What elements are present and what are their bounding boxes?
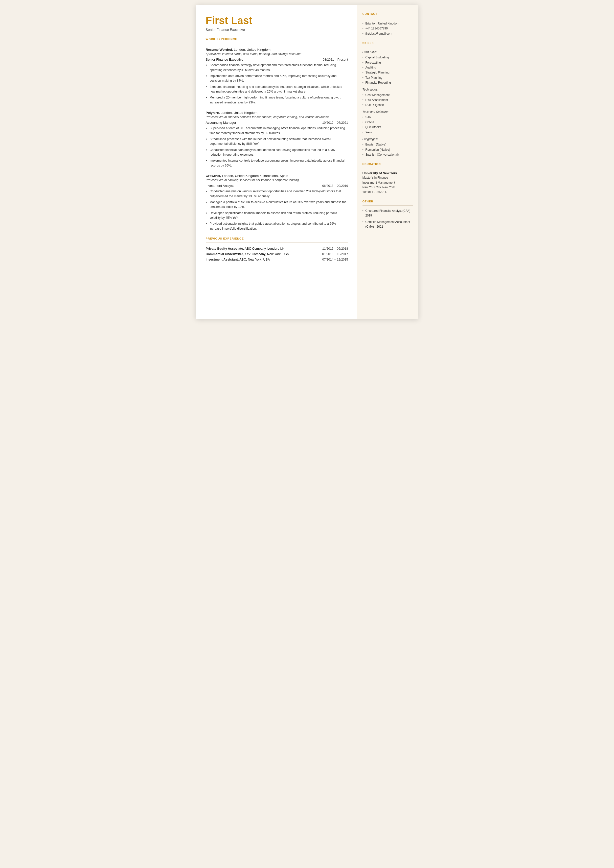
hard-skills-label: Hard Skills: [363, 50, 413, 54]
skills-divider [363, 47, 413, 47]
role-dates-2: 10/2019 – 07/2021 [322, 121, 348, 124]
skill-sap: SAP [363, 115, 413, 120]
bullet-1-4: Mentored a 20-member high-performing fin… [206, 95, 348, 105]
resume-container: First Last Senior Finance Executive WORK… [196, 5, 419, 319]
edu-field: Investment Management [363, 180, 413, 185]
skill-english: English (Native) [363, 142, 413, 147]
prev-job-1-bold: Private Equity Associate, [206, 247, 244, 250]
left-column: First Last Senior Finance Executive WORK… [196, 5, 357, 319]
work-experience-heading: WORK EXPERIENCE [206, 37, 348, 40]
skill-xero: Xero [363, 130, 413, 135]
prev-job-2-bold: Commercial Underwriter, [206, 252, 244, 256]
other-heading: OTHER [363, 200, 413, 203]
edu-degree: Master's in Finance [363, 175, 413, 180]
prev-job-1: Private Equity Associate, ABC Company, L… [206, 247, 348, 250]
other-divider [363, 205, 413, 206]
skill-financial-reporting: Financial Reporting [363, 80, 413, 85]
education-block-1: University of New York Master's in Finan… [363, 171, 413, 194]
previous-experience-heading: PREVIOUS EXPERIENCE [206, 237, 348, 240]
other-cma: Certified Management Accountant (CMA) - … [363, 220, 413, 229]
prev-job-3-dates: 07/2014 – 12/2015 [322, 258, 348, 261]
prev-job-2: Commercial Underwriter, XYZ Company, New… [206, 252, 348, 256]
skill-forecasting: Forecasting [363, 60, 413, 65]
languages-label: Languages: [363, 137, 413, 141]
education-divider [363, 168, 413, 168]
bullet-3-4: Provided actionable insights that guided… [206, 222, 348, 231]
edu-dates: 10/2011 - 06/2014 [363, 190, 413, 194]
skill-oracle: Oracle [363, 120, 413, 125]
bullet-1-2: Implemented data-driven performance metr… [206, 74, 348, 83]
job-block-1: Resume Worded, London, United Kingdom Sp… [206, 47, 348, 105]
company-desc-3: Provides virtual banking services for ca… [206, 179, 348, 182]
bullet-3-2: Managed a portfolio of $230K to achieve … [206, 200, 348, 210]
prev-job-2-rest: XYZ Company, New York, USA [243, 252, 289, 256]
prev-job-3-bold: Investment Assistant, [206, 258, 239, 261]
bullet-list-2: Supervised a team of 30+ accountants in … [206, 126, 348, 168]
role-dates-3: 06/2018 – 09/2019 [322, 184, 348, 188]
skill-auditing: Auditing [363, 65, 413, 70]
skill-quickbooks: QuickBooks [363, 125, 413, 130]
skill-strategic-planning: Strategic Planning [363, 70, 413, 75]
skill-due-diligence: Due Diligence [363, 102, 413, 107]
name-section: First Last Senior Finance Executive [206, 15, 348, 32]
tools-label: Tools and Software: [363, 110, 413, 113]
skill-cost-management: Cost Management [363, 93, 413, 98]
contact-email: first.last@gmail.com [363, 31, 413, 36]
company-name-3: Growthsi, London, United Kingdom & Barce… [206, 174, 348, 178]
bullet-2-2: Streamlined processes with the launch of… [206, 137, 348, 146]
bullet-1-1: Spearheaded financial strategy developme… [206, 63, 348, 73]
job-block-3: Growthsi, London, United Kingdom & Barce… [206, 174, 348, 231]
role-title-1: Senior Finance Executive [206, 57, 243, 61]
prev-job-2-dates: 01/2016 – 10/2017 [322, 252, 348, 256]
education-heading: EDUCATION [363, 163, 413, 166]
edu-location: New York City, New York [363, 185, 413, 190]
skill-spanish: Spanish (Conversational) [363, 152, 413, 157]
role-title-2: Accounting Manager [206, 121, 236, 124]
candidate-title: Senior Finance Executive [206, 28, 348, 32]
company-name-2: Polyhire, London, United Kingdom [206, 110, 348, 115]
bullet-2-4: Implemented internal controls to reduce … [206, 158, 348, 168]
prev-job-3: Investment Assistant, ABC, New York, USA… [206, 258, 348, 261]
role-row-1: Senior Finance Executive 08/2021 – Prese… [206, 57, 348, 61]
bullet-3-3: Developed sophisticated financial models… [206, 211, 348, 220]
contact-phone: +44 1234567890 [363, 26, 413, 31]
role-title-3: Investment Analyst [206, 184, 234, 188]
bullet-1-3: Executed financial modeling and scenario… [206, 85, 348, 94]
contact-divider [363, 18, 413, 18]
skill-romanian: Romanian (Native) [363, 147, 413, 152]
role-dates-1: 08/2021 – Present [323, 58, 348, 61]
job-block-2: Polyhire, London, United Kingdom Provide… [206, 110, 348, 168]
role-row-2: Accounting Manager 10/2019 – 07/2021 [206, 121, 348, 124]
contact-heading: CONTACT [363, 12, 413, 16]
skill-tax-planning: Tax Planning [363, 75, 413, 80]
bullet-list-3: Conducted analysis on various investment… [206, 189, 348, 231]
previous-jobs-list: Private Equity Associate, ABC Company, L… [206, 247, 348, 261]
role-row-3: Investment Analyst 06/2018 – 09/2019 [206, 184, 348, 188]
skill-risk-assessment: Risk Assessment [363, 98, 413, 102]
prev-job-1-rest: ABC Company, London, UK [244, 247, 284, 250]
company-desc-2: Provides virtual financial services for … [206, 115, 348, 119]
bullet-2-3: Conducted financial data analysis and id… [206, 148, 348, 157]
right-column: CONTACT Brighton, United Kingdom +44 123… [357, 5, 419, 319]
candidate-name: First Last [206, 15, 348, 26]
company-name-1: Resume Worded, London, United Kingdom [206, 47, 348, 52]
techniques-label: Techniques: [363, 88, 413, 91]
company-desc-1: Specializes in credit cards, auto loans,… [206, 52, 348, 56]
bullet-list-1: Spearheaded financial strategy developme… [206, 63, 348, 105]
edu-university: University of New York [363, 171, 413, 175]
bullet-2-1: Supervised a team of 30+ accountants in … [206, 126, 348, 136]
skill-capital-budgeting: Capital Budgeting [363, 55, 413, 60]
prev-job-1-dates: 11/2017 – 05/2018 [322, 247, 348, 250]
prev-job-3-rest: ABC, New York, USA [239, 258, 270, 261]
bullet-3-1: Conducted analysis on various investment… [206, 189, 348, 199]
other-cfa: Chartered Financial Analyst (CFA) - 2019 [363, 209, 413, 218]
contact-location: Brighton, United Kingdom [363, 21, 413, 26]
previous-experience-divider [206, 242, 348, 243]
skills-heading: SKILLS [363, 42, 413, 45]
